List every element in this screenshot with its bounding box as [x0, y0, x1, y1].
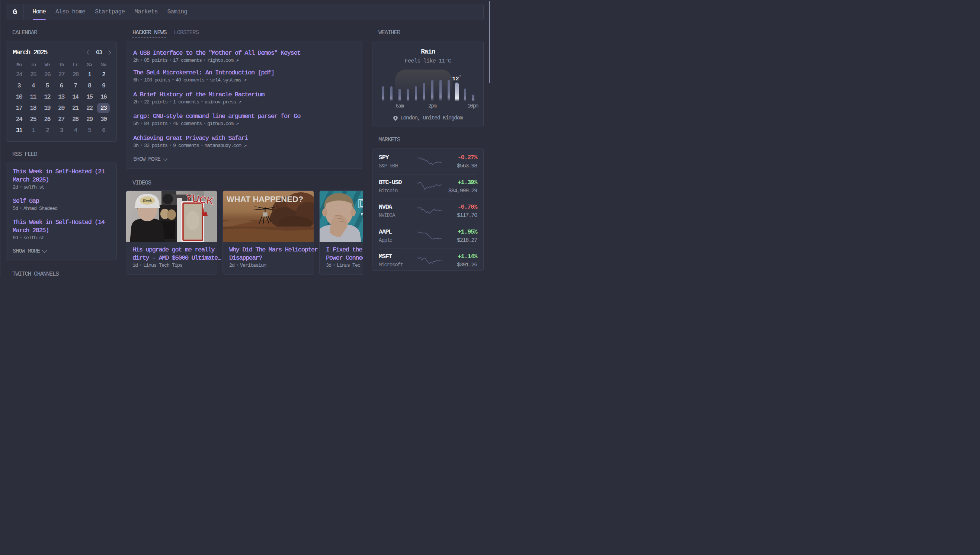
- svg-text:TH: TH: [361, 210, 363, 225]
- svg-text:WHAT HAPPENED?: WHAT HAPPENED?: [226, 194, 303, 204]
- svg-text:DO: DO: [358, 196, 363, 210]
- svg-text:YUCK: YUCK: [184, 192, 214, 207]
- svg-text:Geek: Geek: [143, 199, 152, 203]
